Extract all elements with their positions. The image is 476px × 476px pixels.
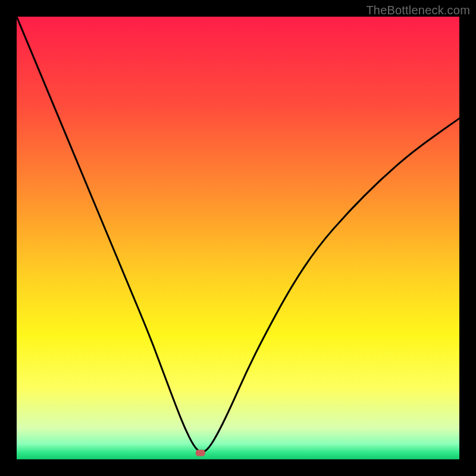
watermark-text: TheBottleneck.com	[366, 4, 470, 17]
chart-background	[17, 17, 459, 459]
bottleneck-chart	[17, 17, 459, 459]
optimal-marker	[196, 450, 205, 456]
chart-frame	[17, 17, 459, 459]
